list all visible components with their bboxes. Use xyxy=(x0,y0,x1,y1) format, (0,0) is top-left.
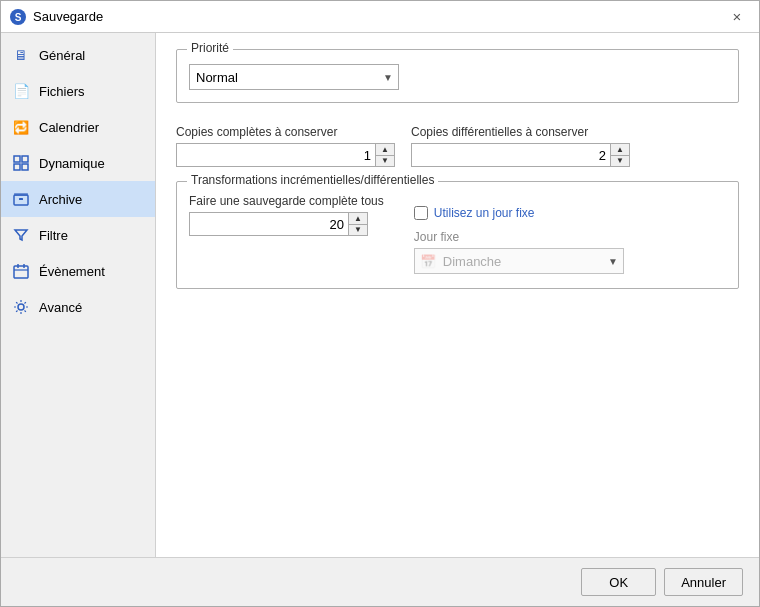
footer: OK Annuler xyxy=(1,557,759,606)
priority-section: Priorité Normal Haute Basse ▼ xyxy=(176,49,739,103)
avance-icon xyxy=(11,297,31,317)
copies-completes-label: Copies complètes à conserver xyxy=(176,125,395,139)
sidebar-item-filtre[interactable]: Filtre xyxy=(1,217,155,253)
main-window: S Sauvegarde × 🖥 Général 📄 Fichiers 🔁 Ca… xyxy=(0,0,760,607)
copies-diff-up-button[interactable]: ▲ xyxy=(611,144,629,156)
faire-down-button[interactable]: ▼ xyxy=(349,225,367,236)
svg-rect-8 xyxy=(19,198,23,200)
copies-diff-spinner: ▲ ▼ xyxy=(411,143,630,167)
sidebar-item-calendrier-label: Calendrier xyxy=(39,120,99,135)
evenement-icon xyxy=(11,261,31,281)
sidebar-item-general-label: Général xyxy=(39,48,85,63)
jour-fixe-label: Jour fixe xyxy=(414,230,624,244)
transforms-section-label: Transformations incrémentielles/différen… xyxy=(187,173,438,187)
faire-up-button[interactable]: ▲ xyxy=(349,213,367,225)
day-select[interactable]: Dimanche Lundi Mardi Mercredi Jeudi Vend… xyxy=(414,248,624,274)
faire-label: Faire une sauvegarde complète tous xyxy=(189,194,384,208)
svg-rect-5 xyxy=(22,164,28,170)
svg-rect-9 xyxy=(14,266,28,278)
transforms-inner: Faire une sauvegarde complète tous ▲ ▼ xyxy=(189,194,726,274)
copies-completes-spinner: ▲ ▼ xyxy=(176,143,395,167)
svg-point-13 xyxy=(18,304,24,310)
copies-diff-label: Copies différentielles à conserver xyxy=(411,125,630,139)
calendrier-icon: 🔁 xyxy=(11,117,31,137)
sidebar-item-archive[interactable]: Archive xyxy=(1,181,155,217)
sidebar-item-dynamique-label: Dynamique xyxy=(39,156,105,171)
content-area: 🖥 Général 📄 Fichiers 🔁 Calendrier Dynami… xyxy=(1,33,759,557)
filtre-icon xyxy=(11,225,31,245)
svg-rect-2 xyxy=(14,156,20,162)
faire-input[interactable] xyxy=(189,212,349,236)
copies-diff-input[interactable] xyxy=(411,143,611,167)
window-title: Sauvegarde xyxy=(33,9,723,24)
jour-fixe-col: Utilisez un jour fixe Jour fixe 📅 Dimanc… xyxy=(414,194,624,274)
sidebar-item-fichiers-label: Fichiers xyxy=(39,84,85,99)
copies-completes-group: Copies complètes à conserver ▲ ▼ xyxy=(176,125,395,167)
faire-spinner: ▲ ▼ xyxy=(189,212,384,236)
sidebar-item-filtre-label: Filtre xyxy=(39,228,68,243)
jour-fixe-checkbox[interactable] xyxy=(414,206,428,220)
copies-completes-up-button[interactable]: ▲ xyxy=(376,144,394,156)
copies-completes-down-button[interactable]: ▼ xyxy=(376,156,394,167)
archive-icon xyxy=(11,189,31,209)
cancel-button[interactable]: Annuler xyxy=(664,568,743,596)
sidebar-item-avance-label: Avancé xyxy=(39,300,82,315)
app-icon: S xyxy=(9,8,27,26)
sidebar-item-archive-label: Archive xyxy=(39,192,82,207)
main-panel: Priorité Normal Haute Basse ▼ Copies co xyxy=(156,33,759,557)
fichiers-icon: 📄 xyxy=(11,81,31,101)
svg-rect-7 xyxy=(14,193,28,196)
priority-select[interactable]: Normal Haute Basse xyxy=(189,64,399,90)
sidebar-item-dynamique[interactable]: Dynamique xyxy=(1,145,155,181)
sidebar: 🖥 Général 📄 Fichiers 🔁 Calendrier Dynami… xyxy=(1,33,156,557)
svg-rect-4 xyxy=(14,164,20,170)
faire-group: Faire une sauvegarde complète tous ▲ ▼ xyxy=(189,194,384,236)
faire-spinner-buttons: ▲ ▼ xyxy=(349,212,368,236)
copies-completes-spinner-buttons: ▲ ▼ xyxy=(376,143,395,167)
titlebar: S Sauvegarde × xyxy=(1,1,759,33)
sidebar-item-evenement-label: Évènement xyxy=(39,264,105,279)
sidebar-item-evenement[interactable]: Évènement xyxy=(1,253,155,289)
transforms-section: Transformations incrémentielles/différen… xyxy=(176,181,739,289)
copies-row: Copies complètes à conserver ▲ ▼ Copies … xyxy=(176,125,739,167)
sidebar-item-calendrier[interactable]: 🔁 Calendrier xyxy=(1,109,155,145)
copies-diff-spinner-buttons: ▲ ▼ xyxy=(611,143,630,167)
sidebar-item-fichiers[interactable]: 📄 Fichiers xyxy=(1,73,155,109)
copies-completes-input[interactable] xyxy=(176,143,376,167)
svg-text:S: S xyxy=(15,12,22,23)
dynamique-icon xyxy=(11,153,31,173)
priority-label: Priorité xyxy=(187,41,233,55)
checkbox-row: Utilisez un jour fixe xyxy=(414,206,624,220)
close-button[interactable]: × xyxy=(723,3,751,31)
ok-button[interactable]: OK xyxy=(581,568,656,596)
copies-diff-down-button[interactable]: ▼ xyxy=(611,156,629,167)
svg-rect-3 xyxy=(22,156,28,162)
sidebar-item-avance[interactable]: Avancé xyxy=(1,289,155,325)
day-select-wrapper: 📅 Dimanche Lundi Mardi Mercredi Jeudi Ve… xyxy=(414,248,624,274)
day-group: Jour fixe 📅 Dimanche Lundi Mardi Mercred… xyxy=(414,230,624,274)
checkbox-label: Utilisez un jour fixe xyxy=(434,206,535,220)
sidebar-item-general[interactable]: 🖥 Général xyxy=(1,37,155,73)
priority-select-wrapper: Normal Haute Basse ▼ xyxy=(189,64,399,90)
copies-diff-group: Copies différentielles à conserver ▲ ▼ xyxy=(411,125,630,167)
general-icon: 🖥 xyxy=(11,45,31,65)
